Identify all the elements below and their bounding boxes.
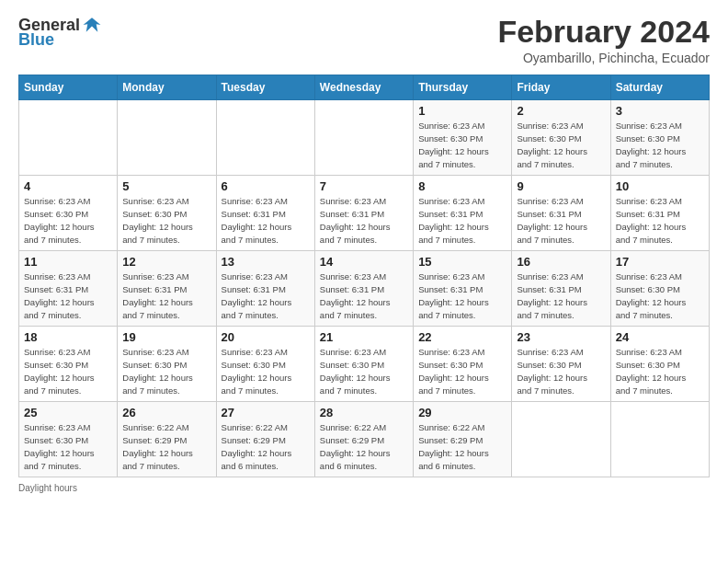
day-info: Sunrise: 6:23 AMSunset: 6:30 PMDaylight:…	[616, 346, 704, 396]
table-row: 14Sunrise: 6:23 AMSunset: 6:31 PMDayligh…	[314, 251, 413, 327]
day-info: Sunrise: 6:23 AMSunset: 6:30 PMDaylight:…	[517, 346, 605, 396]
day-number: 10	[616, 179, 704, 193]
header-row: Sunday Monday Tuesday Wednesday Thursday…	[19, 75, 710, 100]
day-info: Sunrise: 6:23 AMSunset: 6:30 PMDaylight:…	[616, 120, 704, 170]
logo-bird-icon	[82, 15, 102, 35]
calendar-table: Sunday Monday Tuesday Wednesday Thursday…	[18, 75, 710, 477]
calendar-week-0: 1Sunrise: 6:23 AMSunset: 6:30 PMDaylight…	[19, 100, 710, 176]
day-info: Sunrise: 6:23 AMSunset: 6:30 PMDaylight:…	[24, 346, 112, 396]
day-number: 28	[320, 406, 408, 419]
day-number: 20	[222, 330, 310, 344]
calendar-week-2: 11Sunrise: 6:23 AMSunset: 6:31 PMDayligh…	[19, 251, 710, 327]
day-number: 23	[517, 330, 605, 344]
day-number: 1	[418, 104, 506, 118]
day-info: Sunrise: 6:23 AMSunset: 6:31 PMDaylight:…	[24, 270, 112, 321]
table-row: 26Sunrise: 6:22 AMSunset: 6:29 PMDayligh…	[118, 402, 216, 477]
day-number: 14	[320, 255, 408, 269]
day-number: 17	[616, 255, 704, 269]
table-row	[610, 402, 709, 477]
day-info: Sunrise: 6:22 AMSunset: 6:29 PMDaylight:…	[418, 421, 506, 472]
table-row: 17Sunrise: 6:23 AMSunset: 6:30 PMDayligh…	[610, 251, 709, 327]
day-number: 4	[24, 179, 112, 193]
day-number: 22	[418, 330, 506, 344]
table-row: 15Sunrise: 6:23 AMSunset: 6:31 PMDayligh…	[414, 251, 512, 327]
title-block: February 2024 Oyambarillo, Pichincha, Ec…	[497, 15, 710, 65]
table-row: 12Sunrise: 6:23 AMSunset: 6:31 PMDayligh…	[118, 251, 216, 327]
day-info: Sunrise: 6:23 AMSunset: 6:30 PMDaylight:…	[24, 195, 112, 246]
table-row: 28Sunrise: 6:22 AMSunset: 6:29 PMDayligh…	[314, 402, 413, 477]
day-number: 29	[418, 406, 506, 419]
calendar-subtitle: Oyambarillo, Pichincha, Ecuador	[497, 51, 710, 65]
calendar-week-1: 4Sunrise: 6:23 AMSunset: 6:30 PMDaylight…	[19, 176, 710, 251]
day-number: 11	[24, 255, 112, 269]
day-info: Sunrise: 6:23 AMSunset: 6:31 PMDaylight:…	[222, 270, 310, 321]
logo: General Blue	[18, 15, 102, 48]
table-row: 27Sunrise: 6:22 AMSunset: 6:29 PMDayligh…	[216, 402, 314, 477]
col-saturday: Saturday	[610, 75, 709, 100]
table-row: 16Sunrise: 6:23 AMSunset: 6:31 PMDayligh…	[512, 251, 610, 327]
day-number: 18	[24, 330, 112, 344]
table-row: 21Sunrise: 6:23 AMSunset: 6:30 PMDayligh…	[314, 327, 413, 402]
day-info: Sunrise: 6:23 AMSunset: 6:30 PMDaylight:…	[418, 120, 506, 170]
day-info: Sunrise: 6:23 AMSunset: 6:30 PMDaylight:…	[616, 270, 704, 321]
table-row	[216, 100, 314, 176]
table-row: 9Sunrise: 6:23 AMSunset: 6:31 PMDaylight…	[512, 176, 610, 251]
day-number: 5	[122, 179, 210, 193]
table-row: 6Sunrise: 6:23 AMSunset: 6:31 PMDaylight…	[216, 176, 314, 251]
table-row: 1Sunrise: 6:23 AMSunset: 6:30 PMDaylight…	[414, 100, 512, 176]
table-row: 25Sunrise: 6:23 AMSunset: 6:30 PMDayligh…	[19, 402, 118, 477]
day-number: 3	[616, 104, 704, 118]
day-info: Sunrise: 6:23 AMSunset: 6:31 PMDaylight:…	[418, 195, 506, 246]
day-number: 6	[222, 179, 310, 193]
footer: Daylight hours	[18, 483, 710, 493]
table-row: 5Sunrise: 6:23 AMSunset: 6:30 PMDaylight…	[118, 176, 216, 251]
col-wednesday: Wednesday	[314, 75, 413, 100]
day-number: 7	[320, 179, 408, 193]
daylight-label: Daylight hours	[18, 483, 77, 493]
day-info: Sunrise: 6:23 AMSunset: 6:30 PMDaylight:…	[122, 195, 210, 246]
table-row	[118, 100, 216, 176]
col-thursday: Thursday	[414, 75, 512, 100]
table-row: 19Sunrise: 6:23 AMSunset: 6:30 PMDayligh…	[118, 327, 216, 402]
table-row: 22Sunrise: 6:23 AMSunset: 6:30 PMDayligh…	[414, 327, 512, 402]
table-row	[512, 402, 610, 477]
table-row: 29Sunrise: 6:22 AMSunset: 6:29 PMDayligh…	[414, 402, 512, 477]
day-number: 2	[517, 104, 605, 118]
day-info: Sunrise: 6:23 AMSunset: 6:30 PMDaylight:…	[24, 421, 112, 472]
day-number: 21	[320, 330, 408, 344]
day-info: Sunrise: 6:23 AMSunset: 6:30 PMDaylight:…	[418, 346, 506, 396]
day-number: 13	[222, 255, 310, 269]
day-info: Sunrise: 6:23 AMSunset: 6:31 PMDaylight:…	[222, 195, 310, 246]
day-info: Sunrise: 6:23 AMSunset: 6:31 PMDaylight:…	[616, 195, 704, 246]
day-info: Sunrise: 6:22 AMSunset: 6:29 PMDaylight:…	[320, 421, 408, 472]
calendar-title: February 2024	[497, 15, 710, 49]
table-row: 20Sunrise: 6:23 AMSunset: 6:30 PMDayligh…	[216, 327, 314, 402]
day-number: 15	[418, 255, 506, 269]
table-row: 13Sunrise: 6:23 AMSunset: 6:31 PMDayligh…	[216, 251, 314, 327]
calendar-week-3: 18Sunrise: 6:23 AMSunset: 6:30 PMDayligh…	[19, 327, 710, 402]
col-friday: Friday	[512, 75, 610, 100]
day-info: Sunrise: 6:22 AMSunset: 6:29 PMDaylight:…	[222, 421, 310, 472]
logo-text-blue: Blue	[18, 31, 54, 48]
day-info: Sunrise: 6:22 AMSunset: 6:29 PMDaylight:…	[122, 421, 210, 472]
day-info: Sunrise: 6:23 AMSunset: 6:31 PMDaylight:…	[320, 195, 408, 246]
day-number: 26	[122, 406, 210, 419]
table-row: 8Sunrise: 6:23 AMSunset: 6:31 PMDaylight…	[414, 176, 512, 251]
table-row: 2Sunrise: 6:23 AMSunset: 6:30 PMDaylight…	[512, 100, 610, 176]
header: General Blue February 2024 Oyambarillo, …	[18, 15, 710, 65]
day-number: 27	[222, 406, 310, 419]
day-info: Sunrise: 6:23 AMSunset: 6:30 PMDaylight:…	[122, 346, 210, 396]
calendar-week-4: 25Sunrise: 6:23 AMSunset: 6:30 PMDayligh…	[19, 402, 710, 477]
table-row: 18Sunrise: 6:23 AMSunset: 6:30 PMDayligh…	[19, 327, 118, 402]
table-row: 23Sunrise: 6:23 AMSunset: 6:30 PMDayligh…	[512, 327, 610, 402]
col-monday: Monday	[118, 75, 216, 100]
day-info: Sunrise: 6:23 AMSunset: 6:30 PMDaylight:…	[222, 346, 310, 396]
day-info: Sunrise: 6:23 AMSunset: 6:31 PMDaylight:…	[418, 270, 506, 321]
day-number: 19	[122, 330, 210, 344]
day-info: Sunrise: 6:23 AMSunset: 6:31 PMDaylight:…	[122, 270, 210, 321]
day-info: Sunrise: 6:23 AMSunset: 6:30 PMDaylight:…	[320, 346, 408, 396]
col-sunday: Sunday	[19, 75, 118, 100]
col-tuesday: Tuesday	[216, 75, 314, 100]
day-number: 16	[517, 255, 605, 269]
svg-marker-0	[84, 17, 101, 32]
